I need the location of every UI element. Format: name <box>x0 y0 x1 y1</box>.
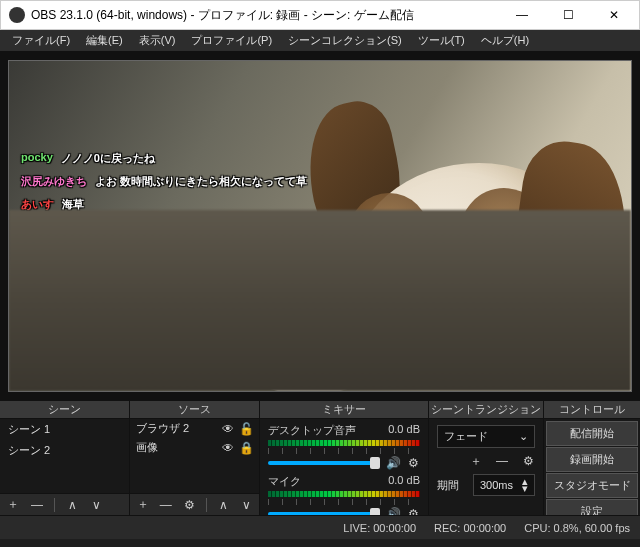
chat-row: 184ブブプリセットの衆やな <box>21 220 325 235</box>
mixer-channel-name: マイク <box>268 474 301 489</box>
gear-icon[interactable]: ⚙ <box>406 456 420 470</box>
vu-meter <box>268 491 420 497</box>
menu-profile[interactable]: プロファイル(P) <box>183 30 280 51</box>
gear-icon[interactable]: ⚙ <box>406 507 420 515</box>
scenes-panel: シーン シーン 1 シーン 2 ＋ — ∧ ∨ <box>0 401 130 515</box>
mixer-body: デスクトップ音声0.0 dB 🔊 ⚙ マイク0.0 dB 🔊 ⚙ <box>260 419 428 515</box>
duration-spinner[interactable]: 300ms ▴▾ <box>473 474 535 496</box>
chat-row: メタ親藩あ <box>21 289 325 304</box>
menu-view[interactable]: 表示(V) <box>131 30 184 51</box>
transitions-panel: シーントランジション フェード⌄ ＋ — ⚙ 期間 300ms ▴▾ <box>429 401 544 515</box>
eye-icon[interactable]: 👁 <box>221 441 235 455</box>
scene-item[interactable]: シーン 1 <box>0 419 129 440</box>
scene-up-button[interactable]: ∧ <box>65 498 79 512</box>
preview-dog-image <box>219 83 632 392</box>
controls-panel: コントロール 配信開始 録画開始 スタジオモード 設定 終了 <box>544 401 640 515</box>
status-rec: REC: 00:00:00 <box>434 522 506 534</box>
volume-slider[interactable] <box>268 512 380 515</box>
remove-scene-button[interactable]: — <box>30 498 44 512</box>
sources-panel: ソース ブラウザ 2 👁 🔓 画像 👁 🔒 ＋ — ⚙ ∧ ∨ <box>130 401 260 515</box>
source-settings-button[interactable]: ⚙ <box>182 498 195 512</box>
mixer-channel-name: デスクトップ音声 <box>268 423 356 438</box>
menu-edit[interactable]: 編集(E) <box>78 30 131 51</box>
titlebar: OBS 23.1.0 (64-bit, windows) - プロファイル: 録… <box>0 0 640 30</box>
transitions-header: シーントランジション <box>429 401 543 419</box>
close-button[interactable]: ✕ <box>591 1 637 29</box>
scenes-toolbar: ＋ — ∧ ∨ <box>0 493 129 515</box>
menu-tools[interactable]: ツール(T) <box>410 30 473 51</box>
transition-settings-button[interactable]: ⚙ <box>521 454 535 468</box>
duration-label: 期間 <box>437 478 467 493</box>
docks: シーン シーン 1 シーン 2 ＋ — ∧ ∨ ソース ブラウザ 2 👁 🔓 画… <box>0 400 640 515</box>
chat-row: chany人の心配する暇があったら自分の夏を感じることだね <box>21 243 325 258</box>
preview-canvas[interactable]: pockyノノノ0に戻ったね 沢尻みゆきちよお 数時間ぶりにきたら相欠になってて… <box>8 60 632 392</box>
remove-transition-button[interactable]: — <box>495 454 509 468</box>
lock-icon[interactable]: 🔒 <box>239 441 253 455</box>
source-down-button[interactable]: ∨ <box>240 498 253 512</box>
mixer-header: ミキサー <box>260 401 428 419</box>
status-live: LIVE: 00:00:00 <box>343 522 416 534</box>
eye-icon[interactable]: 👁 <box>221 422 235 436</box>
remove-source-button[interactable]: — <box>159 498 172 512</box>
menubar: ファイル(F) 編集(E) 表示(V) プロファイル(P) シーンコレクション(… <box>0 30 640 52</box>
vu-meter <box>268 440 420 446</box>
mixer-db: 0.0 dB <box>388 423 420 438</box>
chat-overlay: pockyノノノ0に戻ったね 沢尻みゆきちよお 数時間ぶりにきたら相欠になってて… <box>21 151 325 350</box>
mixer-channel: デスクトップ音声0.0 dB 🔊 ⚙ <box>268 423 420 470</box>
add-source-button[interactable]: ＋ <box>136 498 149 512</box>
sources-header: ソース <box>130 401 259 419</box>
start-streaming-button[interactable]: 配信開始 <box>546 421 638 446</box>
sources-list[interactable]: ブラウザ 2 👁 🔓 画像 👁 🔒 <box>130 419 259 493</box>
controls-header: コントロール <box>544 401 640 419</box>
start-recording-button[interactable]: 録画開始 <box>546 447 638 472</box>
sources-toolbar: ＋ — ⚙ ∧ ∨ <box>130 493 259 515</box>
chat-row: あいす海草 <box>21 197 325 212</box>
add-scene-button[interactable]: ＋ <box>6 498 20 512</box>
studio-mode-button[interactable]: スタジオモード <box>546 473 638 498</box>
mixer-channel: マイク0.0 dB 🔊 ⚙ <box>268 474 420 515</box>
scenes-header: シーン <box>0 401 129 419</box>
source-item[interactable]: ブラウザ 2 👁 🔓 <box>130 419 259 438</box>
source-item[interactable]: 画像 👁 🔒 <box>130 438 259 457</box>
chat-row: 沢尻みゆきちよお 数時間ぶりにきたら相欠になってて草 <box>21 174 325 189</box>
step-down-icon[interactable]: ▾ <box>522 485 528 492</box>
minimize-button[interactable]: — <box>499 1 545 29</box>
app-icon <box>9 7 25 23</box>
scene-down-button[interactable]: ∨ <box>89 498 103 512</box>
chat-row: たこ焼きあ <box>21 312 325 327</box>
menu-file[interactable]: ファイル(F) <box>4 30 78 51</box>
preview-area: pockyノノノ0に戻ったね 沢尻みゆきちよお 数時間ぶりにきたら相欠になってて… <box>0 52 640 400</box>
add-transition-button[interactable]: ＋ <box>469 454 483 468</box>
chat-row: でゃんうんしょうんしょ <box>21 266 325 281</box>
status-cpu: CPU: 0.8%, 60.00 fps <box>524 522 630 534</box>
settings-button[interactable]: 設定 <box>546 499 638 515</box>
speaker-icon[interactable]: 🔊 <box>386 507 400 515</box>
maximize-button[interactable]: ☐ <box>545 1 591 29</box>
volume-slider[interactable] <box>268 461 380 465</box>
unlock-icon[interactable]: 🔓 <box>239 422 253 436</box>
mixer-panel: ミキサー デスクトップ音声0.0 dB 🔊 ⚙ マイク0.0 dB 🔊 <box>260 401 429 515</box>
menu-help[interactable]: ヘルプ(H) <box>473 30 537 51</box>
transition-select[interactable]: フェード⌄ <box>437 425 535 448</box>
status-bar: LIVE: 00:00:00 REC: 00:00:00 CPU: 0.8%, … <box>0 515 640 539</box>
speaker-icon[interactable]: 🔊 <box>386 456 400 470</box>
chat-row: -Dominant-あ <box>21 335 325 350</box>
mixer-db: 0.0 dB <box>388 474 420 489</box>
chat-row: pockyノノノ0に戻ったね <box>21 151 325 166</box>
source-up-button[interactable]: ∧ <box>217 498 230 512</box>
scene-item[interactable]: シーン 2 <box>0 440 129 461</box>
chevron-down-icon: ⌄ <box>519 430 528 443</box>
scenes-list[interactable]: シーン 1 シーン 2 <box>0 419 129 493</box>
window-title: OBS 23.1.0 (64-bit, windows) - プロファイル: 録… <box>31 7 499 24</box>
menu-scene-collection[interactable]: シーンコレクション(S) <box>280 30 410 51</box>
